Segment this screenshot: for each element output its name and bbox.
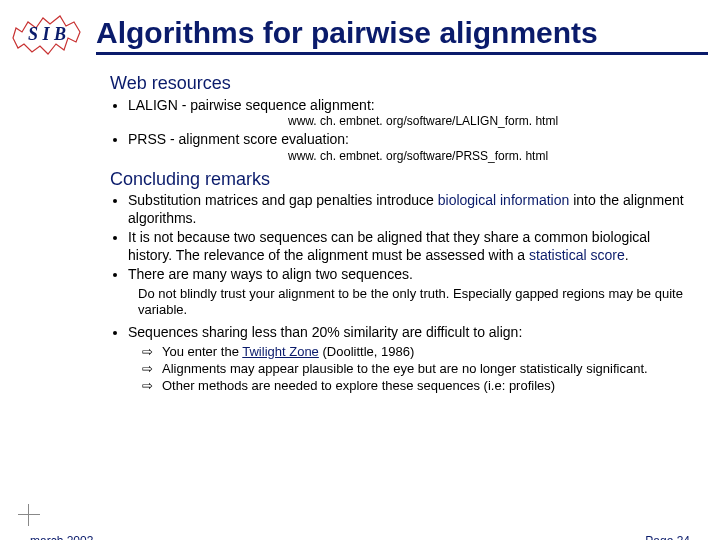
prss-url: www. ch. embnet. org/software/PRSS_form.… — [288, 149, 690, 164]
prss-label: PRSS - alignment score evaluation: — [128, 131, 349, 147]
list-item: Sequences sharing less than 20% similari… — [128, 324, 690, 342]
list-item: LALIGN - pairwise sequence alignment: ww… — [128, 97, 690, 130]
advice-note: Do not blindly trust your alignment to b… — [138, 286, 690, 319]
similarity-list: Sequences sharing less than 20% similari… — [128, 324, 690, 342]
arrow-sublist: You enter the Twilight Zone (Doolittle, … — [142, 344, 690, 395]
footer-date: march 2003 — [30, 534, 93, 540]
slide-header: S I B Algorithms for pairwise alignments — [0, 0, 720, 62]
text-fragment: (Doolittle, 1986) — [319, 344, 414, 359]
svg-text:S I B: S I B — [28, 24, 66, 44]
highlight-statistical-score: statistical score — [529, 247, 625, 263]
crosshair-icon — [18, 504, 40, 526]
slide-content: Web resources LALIGN - pairwise sequence… — [0, 62, 720, 394]
highlight-biological-information: biological information — [438, 192, 570, 208]
list-item: You enter the Twilight Zone (Doolittle, … — [142, 344, 690, 360]
web-resources-list: LALIGN - pairwise sequence alignment: ww… — [128, 97, 690, 164]
list-item: PRSS - alignment score evaluation: www. … — [128, 131, 690, 164]
section-web-resources: Web resources — [110, 72, 690, 95]
lalign-url: www. ch. embnet. org/software/LALIGN_for… — [288, 114, 690, 129]
page-title: Algorithms for pairwise alignments — [96, 16, 708, 55]
list-item: Other methods are needed to explore thes… — [142, 378, 690, 394]
list-item: Alignments may appear plausible to the e… — [142, 361, 690, 377]
list-item: There are many ways to align two sequenc… — [128, 266, 690, 284]
concluding-list: Substitution matrices and gap penalties … — [128, 192, 690, 284]
footer-page-number: Page 34 — [645, 534, 690, 540]
list-item: It is not because two sequences can be a… — [128, 229, 690, 264]
text-fragment: . — [625, 247, 629, 263]
lalign-label: LALIGN - pairwise sequence alignment: — [128, 97, 375, 113]
highlight-twilight-zone: Twilight Zone — [242, 344, 319, 359]
text-fragment: Substitution matrices and gap penalties … — [128, 192, 438, 208]
list-item: Substitution matrices and gap penalties … — [128, 192, 690, 227]
text-fragment: You enter the — [162, 344, 242, 359]
section-concluding-remarks: Concluding remarks — [110, 168, 690, 191]
sib-logo: S I B — [8, 8, 86, 62]
